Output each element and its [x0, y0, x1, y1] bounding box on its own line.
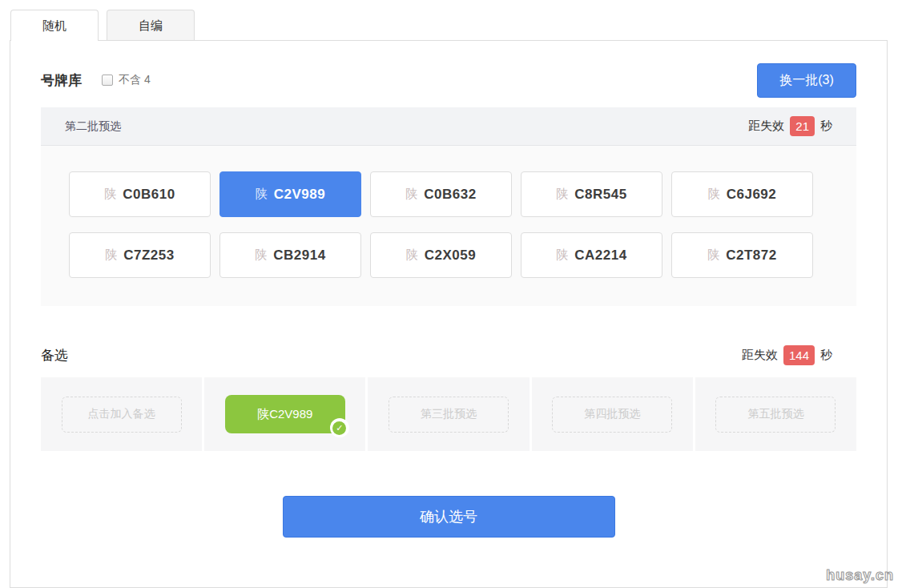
countdown-seconds-badge: 144	[783, 345, 815, 365]
add-to-alternatives-button[interactable]: 点击加入备选	[62, 397, 182, 433]
plate-option[interactable]: 陕 C8R545	[521, 171, 662, 217]
mode-tabs: 随机 自编	[10, 10, 195, 41]
plate-prefix: 陕	[707, 248, 719, 263]
plate-number: CA2214	[574, 248, 626, 264]
countdown-seconds-badge: 21	[790, 116, 815, 136]
tab-random[interactable]: 随机	[10, 10, 99, 41]
plate-prefix: 陕	[556, 248, 568, 263]
tab-custom[interactable]: 自编	[107, 10, 195, 40]
watermark: husay.cn	[826, 567, 894, 584]
plate-number: C2V989	[274, 187, 325, 203]
alternative-slot-selected: 陕C2V989 ✓	[204, 377, 365, 451]
plate-prefix: 陕	[708, 187, 720, 202]
alternatives-title: 备选	[41, 346, 68, 364]
plate-selection-panel: 号牌库 不含 4 换一批(3) 第二批预选 距失效 21 秒 陕 C0B610 …	[10, 40, 888, 588]
plate-prefix: 陕	[406, 248, 418, 263]
alternative-slot-batch-5: 第五批预选	[695, 377, 856, 451]
alternative-slot-batch-3: 第三批预选	[368, 377, 529, 451]
plate-prefix: 陕	[105, 248, 117, 263]
plate-prefix: 陕	[104, 187, 116, 202]
plate-prefix: 陕	[256, 187, 268, 202]
alternatives-countdown: 距失效 144 秒	[742, 345, 856, 365]
plate-option[interactable]: 陕 C7Z253	[69, 232, 211, 278]
countdown-unit: 秒	[820, 348, 832, 363]
batch-3-placeholder: 第三批预选	[389, 397, 509, 433]
alternative-plate-label: 陕C2V989	[257, 407, 312, 422]
batch-4-placeholder: 第四批预选	[552, 397, 672, 433]
batch-5-placeholder: 第五批预选	[715, 397, 836, 433]
plate-number: CB2914	[273, 248, 325, 264]
alternative-slot-add: 点击加入备选	[41, 377, 202, 451]
plate-option[interactable]: 陕 C0B610	[69, 171, 211, 217]
pool-title: 号牌库	[41, 71, 82, 90]
batch-title: 第二批预选	[65, 119, 121, 134]
plate-option[interactable]: 陕 C0B632	[370, 171, 512, 217]
plate-number: C2X059	[425, 248, 476, 264]
alternatives-strip: 点击加入备选 陕C2V989 ✓ 第三批预选 第四批预选 第五批预选	[41, 377, 856, 451]
pool-header: 号牌库 不含 4 换一批(3)	[41, 62, 856, 98]
confirm-selection-button[interactable]: 确认选号	[283, 496, 615, 538]
plate-number: C0B632	[424, 187, 476, 203]
countdown-label: 距失效	[748, 119, 784, 134]
exclude-4-checkbox[interactable]	[102, 75, 113, 86]
exclude-4-label: 不含 4	[119, 73, 151, 87]
plate-option-selected[interactable]: 陕 C2V989	[219, 171, 361, 217]
batch-header-band: 第二批预选 距失效 21 秒	[41, 107, 856, 146]
plate-prefix: 陕	[255, 248, 267, 263]
plate-option[interactable]: 陕 C2T872	[671, 232, 813, 278]
plate-prefix: 陕	[405, 187, 417, 202]
plate-option[interactable]: 陕 CA2214	[521, 232, 662, 278]
plate-number: C7Z253	[123, 248, 174, 264]
alternative-plate-button[interactable]: 陕C2V989 ✓	[225, 395, 345, 433]
plate-prefix: 陕	[556, 187, 568, 202]
refresh-batch-button[interactable]: 换一批(3)	[757, 63, 856, 98]
plate-option[interactable]: 陕 C6J692	[671, 171, 813, 217]
batch-countdown: 距失效 21 秒	[748, 116, 832, 136]
countdown-unit: 秒	[820, 119, 832, 134]
plate-option[interactable]: 陕 C2X059	[370, 232, 512, 278]
plate-grid: 陕 C0B610 陕 C2V989 陕 C0B632 陕 C8R545 陕 C6…	[41, 146, 856, 306]
exclude-4-option[interactable]: 不含 4	[102, 73, 151, 87]
check-icon: ✓	[330, 418, 349, 437]
plate-number: C6J692	[727, 187, 777, 203]
plate-number: C8R545	[574, 187, 626, 203]
plate-number: C0B610	[123, 187, 175, 203]
plate-option[interactable]: 陕 CB2914	[219, 232, 361, 278]
alternative-slot-batch-4: 第四批预选	[532, 377, 693, 451]
alternatives-header: 备选 距失效 144 秒	[41, 345, 856, 365]
countdown-label: 距失效	[742, 348, 778, 363]
plate-number: C2T872	[726, 248, 776, 264]
